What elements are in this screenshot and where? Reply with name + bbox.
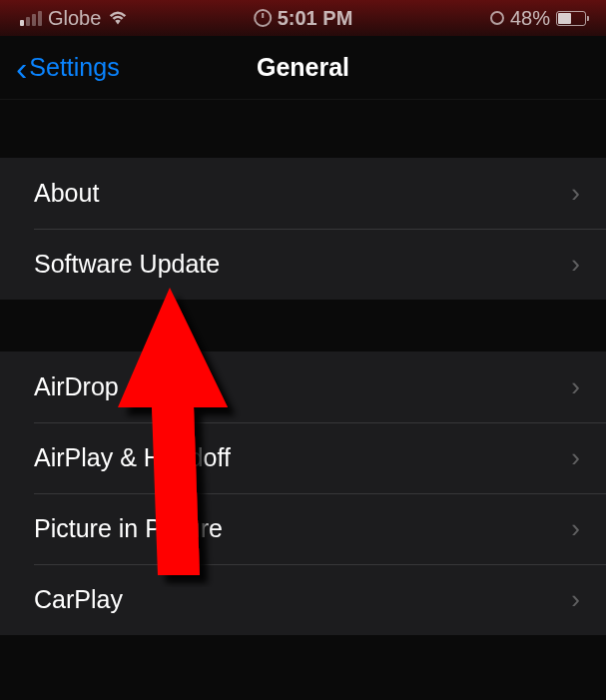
row-label: Picture in Picture <box>34 514 223 543</box>
row-label: About <box>34 179 99 208</box>
chevron-right-icon: › <box>571 584 580 615</box>
chevron-left-icon: ‹ <box>16 51 27 85</box>
row-label: CarPlay <box>34 585 123 614</box>
time-label: 5:01 PM <box>278 7 353 30</box>
row-about[interactable]: About › <box>0 158 606 229</box>
chevron-right-icon: › <box>571 513 580 544</box>
content: About › Software Update › AirDrop › AirP… <box>0 100 606 635</box>
orientation-lock-icon <box>490 11 504 25</box>
chevron-right-icon: › <box>571 249 580 280</box>
row-carplay[interactable]: CarPlay › <box>0 564 606 635</box>
settings-group: AirDrop › AirPlay & Handoff › Picture in… <box>0 351 606 635</box>
battery-pct-label: 48% <box>510 7 550 30</box>
row-airdrop[interactable]: AirDrop › <box>0 351 606 422</box>
row-label: AirDrop <box>34 372 119 401</box>
status-bar: Globe 5:01 PM 48% <box>0 0 606 36</box>
battery-icon <box>556 11 586 26</box>
settings-group: About › Software Update › <box>0 158 606 300</box>
clock-icon <box>254 9 272 27</box>
status-right: 48% <box>490 7 586 30</box>
row-airplay-handoff[interactable]: AirPlay & Handoff › <box>0 422 606 493</box>
chevron-right-icon: › <box>571 442 580 473</box>
status-center: 5:01 PM <box>254 7 353 30</box>
row-software-update[interactable]: Software Update › <box>0 229 606 300</box>
chevron-right-icon: › <box>571 178 580 209</box>
chevron-right-icon: › <box>571 371 580 402</box>
back-label: Settings <box>29 53 119 82</box>
page-title: General <box>257 53 349 82</box>
row-picture-in-picture[interactable]: Picture in Picture › <box>0 493 606 564</box>
nav-bar: ‹ Settings General <box>0 36 606 100</box>
back-button[interactable]: ‹ Settings <box>16 51 120 85</box>
row-label: Software Update <box>34 250 220 279</box>
signal-icon <box>20 11 42 26</box>
row-label: AirPlay & Handoff <box>34 443 231 472</box>
status-left: Globe <box>20 7 129 30</box>
carrier-label: Globe <box>48 7 101 30</box>
wifi-icon <box>107 9 129 27</box>
